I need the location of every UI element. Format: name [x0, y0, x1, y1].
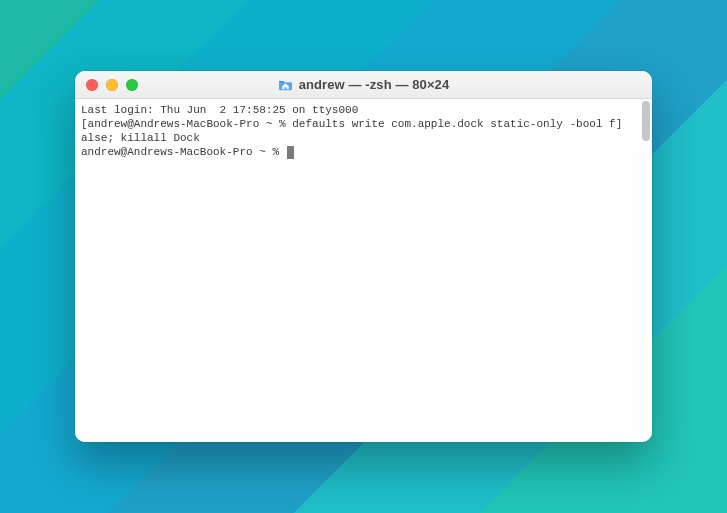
traffic-lights: [75, 79, 138, 91]
terminal-prompt-line: andrew@Andrews-MacBook-Pro ~ %: [81, 145, 646, 159]
scrollbar-thumb[interactable]: [642, 101, 650, 141]
terminal-line: alse; killall Dock: [81, 131, 646, 145]
titlebar[interactable]: andrew — -zsh — 80×24: [75, 71, 652, 99]
cursor-icon: [287, 146, 294, 159]
window-title-group: andrew — -zsh — 80×24: [75, 77, 652, 92]
minimize-button[interactable]: [106, 79, 118, 91]
home-folder-icon: [278, 79, 293, 91]
terminal-prompt: andrew@Andrews-MacBook-Pro ~ %: [81, 145, 286, 159]
terminal-line: Last login: Thu Jun 2 17:58:25 on ttys00…: [81, 103, 646, 117]
window-title: andrew — -zsh — 80×24: [299, 77, 450, 92]
terminal-body[interactable]: Last login: Thu Jun 2 17:58:25 on ttys00…: [75, 99, 652, 442]
terminal-line: [andrew@Andrews-MacBook-Pro ~ % defaults…: [81, 117, 646, 131]
close-button[interactable]: [86, 79, 98, 91]
zoom-button[interactable]: [126, 79, 138, 91]
terminal-window: andrew — -zsh — 80×24 Last login: Thu Ju…: [75, 71, 652, 442]
